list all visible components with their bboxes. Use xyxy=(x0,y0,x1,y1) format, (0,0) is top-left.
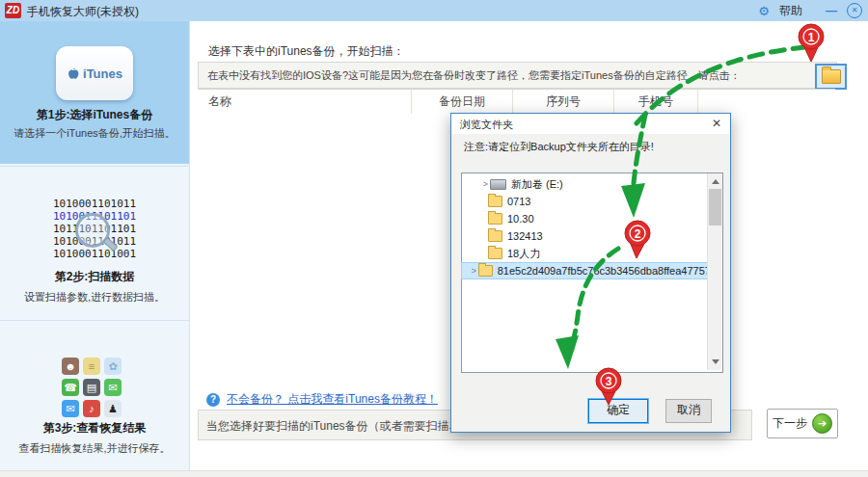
videos-icon: ▤ xyxy=(83,379,100,396)
notes-icon: ≡ xyxy=(83,358,100,375)
folder-icon xyxy=(488,196,502,207)
browse-folder-dialog: 浏览文件夹 ✕ 注意:请定位到Backup文件夹所在的目录! > 新加卷 (E:… xyxy=(450,113,731,433)
dialog-title: 浏览文件夹 xyxy=(460,118,513,132)
messages-icon: ✉ xyxy=(62,400,79,417)
tree-item-folder[interactable]: 0713 xyxy=(462,194,732,209)
photos-icon: ✿ xyxy=(104,358,122,375)
app-window: ZD 手机恢复大师(未授权) ⚙ 帮助 — ✕ iTunes 第1步:选择iTu… xyxy=(0,0,868,477)
close-button[interactable]: ✕ xyxy=(847,3,862,18)
tree-item-label: 新加卷 (E:) xyxy=(511,177,563,192)
tree-item-folder[interactable]: 18人力 xyxy=(462,246,732,261)
magnifier-icon xyxy=(75,213,110,248)
sidebar-step-3: ☻ ≡ ✿ ☎ ▤ ✉ ✉ ♪ ♟ 第3步:查看恢复结果 查看扫描恢复结果,并进… xyxy=(0,320,189,471)
instruction-text: 选择下表中的iTunes备份，开始扫描： xyxy=(208,43,405,60)
step2-title: 第2步:扫描数据 xyxy=(0,269,189,285)
app-logo: ZD xyxy=(5,3,21,18)
next-step-button[interactable]: 下一步 ➔ xyxy=(767,409,838,438)
voice-memo-icon: ♪ xyxy=(83,400,100,417)
folder-icon xyxy=(488,248,502,259)
folder-icon xyxy=(488,213,502,225)
step2-desc: 设置扫描参数,进行数据扫描。 xyxy=(0,290,189,305)
tree-item-label: 0713 xyxy=(507,196,530,207)
tree-scrollbar[interactable] xyxy=(707,173,722,370)
expander-icon[interactable]: > xyxy=(481,179,490,189)
help-button[interactable]: 帮助 xyxy=(779,3,802,19)
scrollbar-thumb[interactable] xyxy=(709,189,721,225)
phone-icon: ☎ xyxy=(62,379,79,396)
column-header-name[interactable]: 名称 xyxy=(198,90,412,114)
dialog-title-bar: 浏览文件夹 ✕ xyxy=(451,114,730,134)
folder-tree: > 新加卷 (E:) 0713 10.30 132413 18人力 > xyxy=(461,172,723,373)
notice-text: 在表中没有找到您的IOS设备?这可能是因为您在备份时改变了路径，您需要指定iTu… xyxy=(207,68,741,83)
itunes-label: iTunes xyxy=(83,66,122,81)
tree-item-label: 18人力 xyxy=(507,247,540,261)
column-header-backup-date[interactable]: 备份日期 xyxy=(412,90,513,114)
folder-icon xyxy=(488,230,502,242)
tree-item-selected-backup[interactable]: > 81e5c2d409a7fb5c76c3b3456dba8ffea47757… xyxy=(462,263,714,278)
step1-title: 第1步:选择iTunes备份 xyxy=(0,107,189,123)
window-title: 手机恢复大师(未授权) xyxy=(27,4,139,20)
expander-icon[interactable]: > xyxy=(470,266,478,276)
tree-item-label: 132413 xyxy=(507,230,543,242)
column-header-phone[interactable]: 手机号 xyxy=(614,90,698,114)
itunes-icon: iTunes xyxy=(56,46,133,100)
step3-title: 第3步:查看恢复结果 xyxy=(0,420,189,437)
step1-desc: 请选择一个iTunes备份,开始扫描。 xyxy=(0,126,189,141)
dialog-note: 注意:请定位到Backup文件夹所在的目录! xyxy=(464,140,654,154)
next-arrow-icon: ➔ xyxy=(812,413,832,434)
notice-bar: 在表中没有找到您的IOS设备?这可能是因为您在备份时改变了路径，您需要指定iTu… xyxy=(198,62,837,89)
window-bottom-strip xyxy=(0,470,868,477)
tree-item-folder[interactable]: 10.30 xyxy=(462,211,732,226)
steps-sidebar: iTunes 第1步:选择iTunes备份 请选择一个iTunes备份,开始扫描… xyxy=(0,21,190,470)
wechat-icon: ✉ xyxy=(104,379,122,396)
folder-icon xyxy=(822,69,841,84)
tree-item-label: 81e5c2d409a7fb5c76c3b3456dba8ffea47757c3 xyxy=(498,265,714,277)
contacts-icon: ☻ xyxy=(62,358,79,375)
qq-icon: ♟ xyxy=(104,400,122,417)
drive-icon xyxy=(490,179,506,190)
column-header-empty xyxy=(698,90,835,114)
backup-table-header: 名称 备份日期 序列号 手机号 xyxy=(198,89,835,115)
settings-gear-icon[interactable]: ⚙ xyxy=(758,4,770,18)
column-header-serial[interactable]: 序列号 xyxy=(513,90,614,114)
app-icons-grid: ☻ ≡ ✿ ☎ ▤ ✉ ✉ ♪ ♟ xyxy=(62,358,125,417)
minimize-button[interactable]: — xyxy=(826,4,837,17)
scroll-up-icon[interactable] xyxy=(712,179,719,184)
browse-custom-path-button[interactable] xyxy=(815,64,847,90)
sidebar-step-1: iTunes 第1步:选择iTunes备份 请选择一个iTunes备份,开始扫描… xyxy=(0,21,189,164)
tree-item-label: 10.30 xyxy=(507,213,534,225)
sidebar-step-2: 1010001101011 1010011101101 101110110110… xyxy=(0,166,189,321)
step3-desc: 查看扫描恢复结果,并进行保存。 xyxy=(0,441,189,456)
tree-item-folder[interactable]: 132413 xyxy=(462,228,732,244)
ok-button[interactable]: 确定 xyxy=(588,399,648,423)
question-icon: ? xyxy=(206,393,220,407)
tree-item-drive[interactable]: > 新加卷 (E:) xyxy=(462,176,725,192)
scroll-down-icon[interactable] xyxy=(712,359,719,364)
title-bar: ZD 手机恢复大师(未授权) ⚙ 帮助 — ✕ xyxy=(0,0,868,21)
dialog-close-icon[interactable]: ✕ xyxy=(712,117,721,130)
apple-logo-icon xyxy=(67,66,80,81)
folder-icon xyxy=(478,265,493,277)
backup-tutorial-link[interactable]: 不会备份？ 点击我查看iTunes备份教程！ xyxy=(227,391,438,408)
cancel-button[interactable]: 取消 xyxy=(665,399,712,423)
